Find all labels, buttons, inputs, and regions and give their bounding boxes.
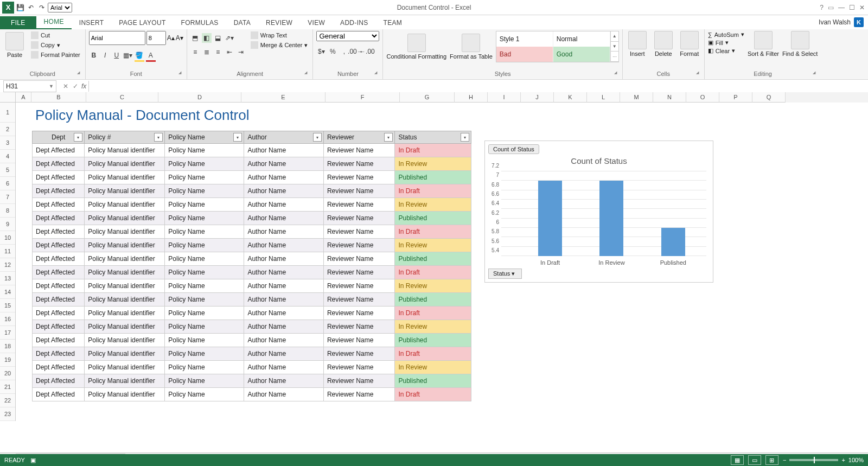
cell[interactable]: Author Name bbox=[244, 361, 324, 374]
cell[interactable]: Policy Manual identifier bbox=[85, 171, 165, 184]
cell[interactable]: Reviewer Name bbox=[323, 198, 395, 212]
tab-review[interactable]: REVIEW bbox=[258, 16, 300, 29]
minimize-icon[interactable]: — bbox=[838, 4, 845, 11]
fill-button[interactable]: ▣ Fill ▾ bbox=[708, 39, 744, 46]
format-painter-button[interactable]: Format Painter bbox=[29, 50, 82, 59]
row-header[interactable]: 10 bbox=[0, 231, 15, 245]
status-cell[interactable]: In Draft bbox=[395, 307, 471, 320]
decrease-indent-icon[interactable]: ⇤ bbox=[225, 47, 234, 57]
cell[interactable]: Policy Manual identifier bbox=[85, 293, 165, 307]
qat-font-select[interactable]: Arial bbox=[48, 3, 72, 12]
save-icon[interactable]: 💾 bbox=[15, 3, 25, 12]
align-center-icon[interactable]: ≣ bbox=[202, 47, 212, 57]
cell[interactable]: Dept Affected bbox=[33, 334, 85, 347]
underline-button[interactable]: U bbox=[112, 50, 122, 60]
maximize-icon[interactable]: ☐ bbox=[849, 4, 855, 11]
status-cell[interactable]: Published bbox=[395, 374, 471, 388]
cell[interactable]: Author Name bbox=[244, 239, 324, 252]
cell[interactable]: Dept Affected bbox=[33, 293, 85, 307]
table-row[interactable]: Dept AffectedPolicy Manual identifierPol… bbox=[33, 388, 471, 401]
align-middle-icon[interactable]: ◧ bbox=[202, 33, 212, 43]
row-header[interactable]: 19 bbox=[0, 353, 15, 367]
find-select-button[interactable]: Find & Select bbox=[782, 31, 818, 57]
status-cell[interactable]: Published bbox=[395, 252, 471, 266]
accounting-format-icon[interactable]: $▾ bbox=[316, 47, 326, 56]
row-header[interactable]: 15 bbox=[0, 299, 15, 312]
status-cell[interactable]: In Draft bbox=[395, 347, 471, 361]
cell[interactable]: Policy Name bbox=[165, 347, 244, 361]
table-header[interactable]: Policy Name▾ bbox=[165, 131, 244, 144]
delete-cells-button[interactable]: Delete bbox=[652, 31, 675, 57]
table-row[interactable]: Dept AffectedPolicy Manual identifierPol… bbox=[33, 252, 471, 266]
cell[interactable]: Author Name bbox=[244, 212, 324, 225]
cell[interactable]: Reviewer Name bbox=[323, 293, 395, 307]
fill-color-button[interactable]: 🪣 bbox=[135, 50, 144, 62]
font-size-input[interactable] bbox=[146, 31, 166, 45]
status-cell[interactable]: In Draft bbox=[395, 144, 471, 157]
tab-data[interactable]: DATA bbox=[226, 16, 258, 29]
macro-record-icon[interactable]: ▣ bbox=[30, 457, 36, 464]
status-cell[interactable]: Published bbox=[395, 171, 471, 184]
table-row[interactable]: Dept AffectedPolicy Manual identifierPol… bbox=[33, 225, 471, 239]
cut-button[interactable]: Cut bbox=[29, 31, 82, 40]
filter-icon[interactable]: ▾ bbox=[74, 133, 82, 142]
column-header-I[interactable]: I bbox=[488, 92, 521, 103]
close-icon[interactable]: ✕ bbox=[859, 4, 865, 11]
status-cell[interactable]: Published bbox=[395, 212, 471, 225]
cell[interactable]: Dept Affected bbox=[33, 225, 85, 239]
font-name-input[interactable] bbox=[89, 31, 145, 45]
row-header[interactable]: 3 bbox=[0, 136, 15, 150]
cell[interactable]: Author Name bbox=[244, 293, 324, 307]
table-header[interactable]: Dept▾ bbox=[33, 131, 85, 144]
cell[interactable]: Policy Manual identifier bbox=[85, 347, 165, 361]
row-header[interactable]: 12 bbox=[0, 258, 15, 272]
zoom-control[interactable]: − + 100% bbox=[783, 457, 864, 463]
tab-add-ins[interactable]: ADD-INS bbox=[333, 16, 375, 29]
cell[interactable]: Dept Affected bbox=[33, 320, 85, 334]
cell[interactable]: Policy Manual identifier bbox=[85, 157, 165, 171]
cell[interactable]: Reviewer Name bbox=[323, 171, 395, 184]
column-header-Q[interactable]: Q bbox=[752, 92, 786, 103]
column-header-G[interactable]: G bbox=[400, 92, 455, 103]
status-cell[interactable]: Published bbox=[395, 334, 471, 347]
table-row[interactable]: Dept AffectedPolicy Manual identifierPol… bbox=[33, 198, 471, 212]
cell[interactable]: Policy Manual identifier bbox=[85, 212, 165, 225]
select-all-corner[interactable] bbox=[0, 92, 16, 103]
row-header[interactable]: 4 bbox=[0, 150, 15, 163]
cell[interactable]: Policy Name bbox=[165, 266, 244, 279]
cell[interactable]: Dept Affected bbox=[33, 388, 85, 401]
format-as-table-button[interactable]: Format as Table bbox=[450, 31, 493, 62]
align-bottom-icon[interactable]: ⬓ bbox=[213, 33, 223, 43]
style-style1[interactable]: Style 1 bbox=[496, 31, 553, 47]
zoom-in-icon[interactable]: + bbox=[841, 457, 845, 463]
column-header-K[interactable]: K bbox=[554, 92, 587, 103]
status-cell[interactable]: In Review bbox=[395, 361, 471, 374]
tab-formulas[interactable]: FORMULAS bbox=[174, 16, 226, 29]
cell[interactable]: Reviewer Name bbox=[323, 144, 395, 157]
cell[interactable]: Author Name bbox=[244, 198, 324, 212]
status-cell[interactable]: In Draft bbox=[395, 388, 471, 401]
row-header[interactable]: 8 bbox=[0, 204, 15, 218]
tab-view[interactable]: VIEW bbox=[300, 16, 333, 29]
cell[interactable]: Reviewer Name bbox=[323, 374, 395, 388]
row-header[interactable]: 7 bbox=[0, 190, 15, 204]
bold-button[interactable]: B bbox=[89, 50, 99, 60]
cell[interactable]: Policy Name bbox=[165, 171, 244, 184]
normal-view-button[interactable]: ▦ bbox=[731, 455, 744, 465]
cell[interactable]: Policy Name bbox=[165, 144, 244, 157]
cell[interactable]: Reviewer Name bbox=[323, 225, 395, 239]
tab-page-layout[interactable]: PAGE LAYOUT bbox=[111, 16, 173, 29]
cell[interactable]: Dept Affected bbox=[33, 157, 85, 171]
row-header[interactable]: 2 bbox=[0, 123, 15, 136]
cell[interactable]: Reviewer Name bbox=[323, 320, 395, 334]
number-format-select[interactable]: General bbox=[316, 31, 379, 41]
tab-team[interactable]: TEAM bbox=[376, 16, 410, 29]
cell[interactable]: Policy Manual identifier bbox=[85, 334, 165, 347]
cell[interactable]: Policy Manual identifier bbox=[85, 266, 165, 279]
column-header-D[interactable]: D bbox=[158, 92, 241, 103]
cell[interactable]: Policy Name bbox=[165, 374, 244, 388]
cell[interactable]: Reviewer Name bbox=[323, 266, 395, 279]
cell[interactable]: Policy Manual identifier bbox=[85, 144, 165, 157]
cell[interactable]: Reviewer Name bbox=[323, 184, 395, 198]
cell[interactable]: Policy Manual identifier bbox=[85, 279, 165, 293]
